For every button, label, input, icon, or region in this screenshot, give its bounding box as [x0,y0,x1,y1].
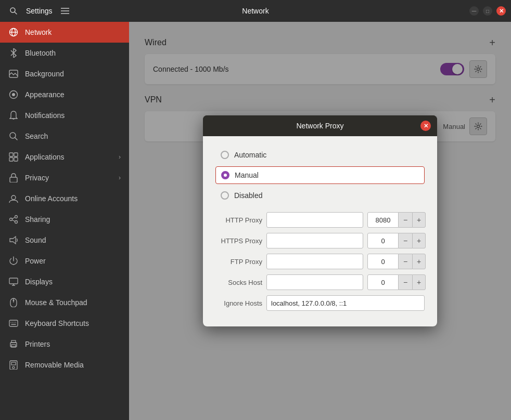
close-button[interactable]: ✕ [496,6,506,16]
socks-port-input[interactable] [367,274,399,290]
appearance-icon [8,89,19,100]
printers-icon [8,339,19,349]
sidebar-label-background: Background [25,70,64,78]
svg-marker-24 [10,237,16,244]
svg-point-30 [13,300,15,301]
svg-line-1 [15,12,17,14]
socks-port-decrement[interactable]: − [399,274,412,290]
svg-line-23 [12,220,15,221]
search-icon[interactable] [5,3,22,19]
keyboard-icon [8,318,19,329]
ftp-proxy-row: FTP Proxy − + [215,254,425,269]
http-port-increment[interactable]: + [412,212,426,228]
svg-rect-15 [9,158,13,161]
radio-disabled[interactable]: Disabled [215,187,425,204]
sidebar-item-keyboard-shortcuts[interactable]: Keyboard Shortcuts [0,313,129,334]
mouse-icon [8,297,19,308]
sidebar-label-removable-media: Removable Media [25,361,84,369]
sidebar-label-privacy: Privacy [25,174,49,182]
radio-label-disabled: Disabled [234,191,262,200]
sidebar-item-appearance[interactable]: Appearance [0,84,129,105]
ftp-port-increment[interactable]: + [412,254,426,269]
main-layout: Network Bluetooth Background [0,22,511,420]
proxy-fields: HTTP Proxy − + HTTPS Proxy [215,212,425,311]
https-port-input[interactable] [367,233,399,248]
background-icon [8,69,19,79]
dialog-titlebar: Network Proxy ✕ [203,115,437,136]
radio-automatic[interactable]: Automatic [215,147,425,163]
svg-point-10 [12,93,15,96]
menu-icon[interactable] [57,3,73,19]
sidebar-item-sound[interactable]: Sound [0,230,129,251]
radio-manual[interactable]: Manual [215,166,425,184]
sidebar-label-mouse-touchpad: Mouse & Touchpad [25,298,87,307]
ftp-port-group: − + [367,254,426,269]
svg-point-18 [11,195,16,200]
sidebar-item-sharing[interactable]: Sharing [0,209,129,230]
dialog-close-button[interactable]: ✕ [420,121,431,131]
sidebar-item-power[interactable]: Power [0,251,129,271]
sidebar-label-displays: Displays [25,278,53,286]
svg-rect-13 [9,153,13,156]
sidebar-item-printers[interactable]: Printers [0,334,129,355]
sidebar-label-search: Search [25,132,48,140]
https-proxy-input[interactable] [266,233,363,248]
svg-point-42 [12,366,15,369]
socks-port-increment[interactable]: + [412,274,426,290]
sidebar-item-mouse-touchpad[interactable]: Mouse & Touchpad [0,292,129,313]
ftp-port-decrement[interactable]: − [399,254,412,269]
removable-media-icon [8,360,19,370]
svg-line-12 [15,138,18,140]
window-controls: ─ □ ✕ [469,6,506,16]
sidebar-item-removable-media[interactable]: Removable Media [0,355,129,375]
network-icon [8,27,19,37]
radio-circle-disabled [221,191,229,200]
sidebar-item-background[interactable]: Background [0,63,129,84]
http-proxy-label: HTTP Proxy [215,216,262,224]
sidebar-label-applications: Applications [25,153,65,161]
https-port-decrement[interactable]: − [399,233,412,248]
dialog-body: Automatic Manual Disabled [203,136,437,326]
sidebar-item-privacy[interactable]: Privacy › [0,167,129,188]
ignore-hosts-input[interactable] [266,295,425,311]
page-title: Network [242,7,269,15]
sidebar-item-online-accounts[interactable]: Online Accounts [0,188,129,209]
sidebar-item-network[interactable]: Network [0,22,129,43]
sidebar-label-network: Network [25,28,52,36]
sidebar-label-keyboard-shortcuts: Keyboard Shortcuts [25,319,89,327]
http-port-input[interactable] [367,212,399,228]
dialog-overlay: Network Proxy ✕ Automatic Manual [129,22,511,420]
sidebar-item-notifications[interactable]: Notifications [0,105,129,126]
https-port-increment[interactable]: + [412,233,426,248]
ftp-proxy-input[interactable] [266,254,363,269]
maximize-button[interactable]: □ [483,6,492,16]
sidebar-item-displays[interactable]: Displays [0,271,129,292]
svg-rect-16 [14,158,18,161]
ftp-port-input[interactable] [367,254,399,269]
sidebar-label-printers: Printers [25,340,50,348]
http-port-decrement[interactable]: − [399,212,412,228]
displays-icon [8,277,19,287]
sidebar-item-search[interactable]: Search [0,126,129,147]
svg-rect-25 [9,278,18,284]
bluetooth-icon [8,48,19,58]
chevron-applications-icon: › [119,153,121,161]
sidebar-item-applications[interactable]: Applications › [0,147,129,167]
sidebar-label-online-accounts: Online Accounts [25,194,78,203]
svg-rect-17 [10,177,17,182]
http-port-group: − + [367,212,426,228]
sidebar-label-sharing: Sharing [25,215,50,224]
socks-host-input[interactable] [266,274,363,290]
http-proxy-row: HTTP Proxy − + [215,212,425,228]
applications-icon [8,152,19,162]
power-icon [8,256,19,266]
network-proxy-dialog: Network Proxy ✕ Automatic Manual [203,115,437,326]
svg-point-20 [10,218,12,221]
chevron-privacy-icon: › [119,174,121,181]
sound-icon [8,235,19,245]
svg-rect-31 [9,320,18,326]
http-proxy-input[interactable] [266,212,363,228]
sidebar-item-bluetooth[interactable]: Bluetooth [0,43,129,63]
sidebar-label-sound: Sound [25,236,46,244]
minimize-button[interactable]: ─ [469,6,479,16]
